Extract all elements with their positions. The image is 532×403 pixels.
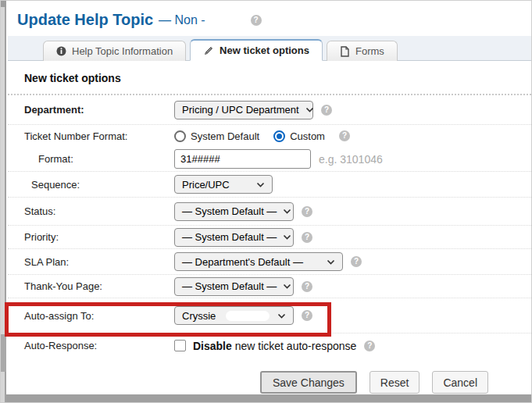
checkbox-label: Disable new ticket auto-response xyxy=(193,340,356,352)
ticket-number-format-label: Ticket Number Format: xyxy=(24,130,174,142)
pencil-icon xyxy=(203,45,214,56)
chevron-down-icon xyxy=(327,259,335,265)
tab-label: Help Topic Information xyxy=(72,45,173,57)
help-icon[interactable]: ? xyxy=(302,281,312,292)
tab-label: New ticket options xyxy=(220,45,309,56)
select-value: Pricing / UPC Department xyxy=(182,104,299,116)
auto-assign-label: Auto-assign To: xyxy=(24,310,174,322)
left-scrollbar[interactable] xyxy=(1,1,6,402)
form-row-ticket-number-format: Ticket Number Format: System Default Cus… xyxy=(8,125,531,147)
page: Update Help Topic — Non - ? Help Topic I… xyxy=(8,1,531,394)
radio-icon[interactable] xyxy=(174,130,186,142)
tab-forms[interactable]: Forms xyxy=(327,41,398,61)
auto-response-label: Auto-Response: xyxy=(24,340,174,351)
thank-you-page-label: Thank-You Page: xyxy=(24,280,174,292)
thank-you-page-select[interactable]: — System Default — xyxy=(174,277,294,296)
select-value: — System Default — xyxy=(182,231,277,243)
chevron-down-icon xyxy=(283,284,291,289)
sequence-select[interactable]: Price/UPC xyxy=(174,175,273,194)
page-header: Update Help Topic — Non - ? xyxy=(8,1,531,36)
select-value: Cryssie xyxy=(182,310,216,322)
form-row-priority: Priority: — System Default — ? xyxy=(8,226,531,249)
priority-select[interactable]: — System Default — xyxy=(174,228,294,247)
help-icon[interactable]: ? xyxy=(302,232,312,243)
select-value: — System Default — xyxy=(182,280,277,292)
chevron-down-icon xyxy=(277,313,286,319)
redacted-name xyxy=(226,311,270,321)
chevron-down-icon xyxy=(283,234,291,240)
format-hint: e.g. 3101046 xyxy=(319,153,383,166)
form-row-status: Status: — System Default — ? xyxy=(8,198,531,226)
radio-system-default[interactable]: System Default xyxy=(174,130,259,142)
help-icon[interactable]: ? xyxy=(364,341,375,351)
radio-label: Custom xyxy=(290,130,325,142)
bottom-window-edge xyxy=(1,394,531,402)
format-input[interactable] xyxy=(174,149,311,169)
format-label: Format: xyxy=(24,153,174,165)
sla-plan-select[interactable]: — Department's Default — xyxy=(174,252,343,271)
tab-bar: Help Topic Information New ticket option… xyxy=(8,36,531,61)
paste-icon xyxy=(340,46,350,57)
update-help-topic-window: Update Help Topic — Non - ? Help Topic I… xyxy=(0,0,532,403)
form-row-sla-plan: SLA Plan: — Department's Default — ? xyxy=(8,249,531,275)
select-value: — System Default — xyxy=(182,205,277,217)
info-icon xyxy=(56,46,66,56)
save-changes-button[interactable]: Save Changes xyxy=(260,371,357,394)
priority-label: Priority: xyxy=(24,231,174,243)
help-icon[interactable]: ? xyxy=(321,105,332,116)
form-row-department: Department: Pricing / UPC Department ? xyxy=(8,95,531,125)
help-icon[interactable]: ? xyxy=(302,206,312,217)
radio-custom[interactable]: Custom xyxy=(273,130,325,142)
form-row-sequence: Sequence: Price/UPC xyxy=(8,172,531,198)
form-row-auto-assign: Auto-assign To: Cryssie ? xyxy=(8,298,531,333)
reset-button[interactable]: Reset xyxy=(370,371,420,394)
select-value: — Department's Default — xyxy=(182,256,303,268)
select-value: Price/UPC xyxy=(182,179,230,191)
section-heading: New ticket options xyxy=(8,61,531,94)
form-row-auto-response: Auto-Response: Disable new ticket auto-r… xyxy=(8,333,531,358)
form-row-thank-you-page: Thank-You Page: — System Default — ? xyxy=(8,275,531,298)
help-icon[interactable]: ? xyxy=(251,15,262,26)
radio-icon[interactable] xyxy=(273,130,285,142)
department-select[interactable]: Pricing / UPC Department xyxy=(174,101,313,119)
new-ticket-options-panel: New ticket options Department: Pricing /… xyxy=(8,61,531,394)
scrollbar-cap xyxy=(1,1,6,7)
page-title-suffix: — Non - xyxy=(159,13,205,27)
chevron-down-icon xyxy=(283,209,291,214)
sequence-label: Sequence: xyxy=(24,179,174,191)
disable-auto-response-checkbox[interactable] xyxy=(174,340,186,351)
chevron-down-icon xyxy=(305,107,314,112)
cancel-button[interactable]: Cancel xyxy=(432,371,488,394)
department-label: Department: xyxy=(24,104,174,116)
scrollbar-thumb[interactable] xyxy=(1,334,6,372)
radio-label: System Default xyxy=(191,130,259,142)
tab-label: Forms xyxy=(355,45,384,57)
chevron-down-icon xyxy=(256,182,265,187)
tab-new-ticket-options[interactable]: New ticket options xyxy=(190,39,323,61)
tab-help-topic-information[interactable]: Help Topic Information xyxy=(43,41,186,61)
status-label: Status: xyxy=(24,205,174,217)
status-select[interactable]: — System Default — xyxy=(174,202,294,221)
page-title: Update Help Topic xyxy=(17,11,153,29)
form-actions: Save Changes Reset Cancel xyxy=(8,371,531,394)
help-icon[interactable]: ? xyxy=(339,130,350,141)
help-icon[interactable]: ? xyxy=(351,256,362,267)
auto-assign-select[interactable]: Cryssie xyxy=(174,306,294,325)
help-icon[interactable]: ? xyxy=(302,310,312,321)
form-row-format: Format: e.g. 3101046 xyxy=(8,147,531,172)
sla-plan-label: SLA Plan: xyxy=(24,256,174,268)
